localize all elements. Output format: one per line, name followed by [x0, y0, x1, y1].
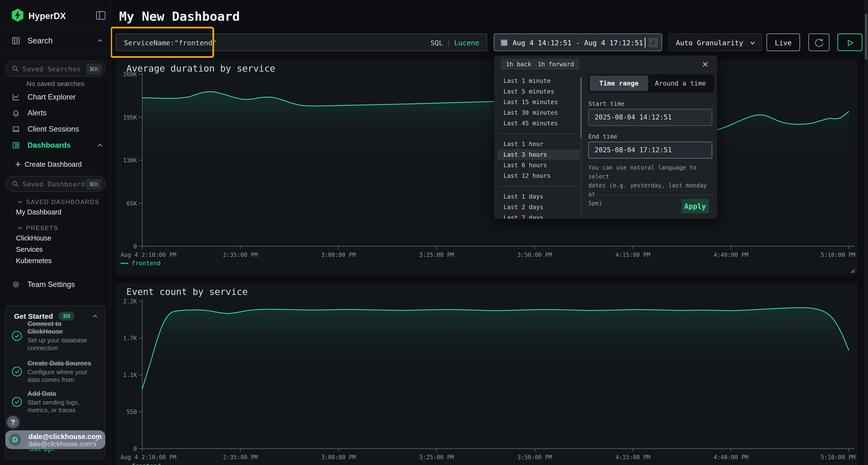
quick-range-option[interactable]: Last 15 minutes	[498, 97, 580, 107]
line-chart-avg-duration[interactable]: 065K130K195K260KAug 4 2:10:00 PM2:35:00 …	[116, 60, 858, 275]
divider	[588, 195, 713, 195]
chevron-up-icon[interactable]	[92, 313, 98, 320]
checklist-item-title: Connect to ClickHouse	[28, 320, 95, 335]
sidebar-item-client-sessions[interactable]: Client Sessions	[0, 121, 111, 137]
sidebar-item-label: Team Settings	[28, 280, 75, 289]
custom-range-panel: Time range Around a time Start time 2025…	[585, 56, 717, 219]
scrollbar-thumb[interactable]	[580, 77, 582, 138]
shift-forward-button[interactable]: 1h forward	[532, 59, 579, 70]
saved-dashboards-section-header[interactable]: SAVED DASHBOARDS	[0, 197, 111, 207]
user-account-chip[interactable]: D dale@clickhouse.com dale@clickhouse.co…	[5, 430, 105, 449]
user-org: dale@clickhouse.com's	[28, 440, 96, 448]
bell-icon	[11, 109, 20, 117]
live-button[interactable]: Live	[767, 33, 800, 51]
chevron-up-icon[interactable]	[96, 142, 103, 148]
svg-text:260K: 260K	[123, 71, 137, 78]
apply-button[interactable]: Apply	[681, 199, 709, 213]
svg-text:0: 0	[133, 445, 137, 452]
sidebar-item-dashboards[interactable]: Dashboards	[0, 137, 111, 153]
tab-time-range[interactable]: Time range	[590, 76, 648, 91]
hyperdx-logo-icon[interactable]	[10, 8, 25, 22]
check-circle-icon	[11, 397, 22, 407]
quick-range-option[interactable]: Last 1 days	[498, 191, 580, 202]
svg-text:130K: 130K	[123, 157, 137, 164]
time-range-input[interactable]: Aug 4 14:12:51 - Aug 4 17:12:51 d	[494, 33, 662, 51]
quick-range-option[interactable]: Last 1 minute	[498, 76, 580, 86]
text-caret	[645, 38, 646, 48]
granularity-value: Auto Granularity	[676, 39, 743, 47]
popup-scrollbar[interactable]	[580, 77, 582, 217]
chevron-down-icon	[749, 40, 756, 46]
svg-text:3:50:00 PM: 3:50:00 PM	[518, 454, 552, 461]
help-button[interactable]: ?	[6, 416, 20, 429]
section-header-label: PRESETS	[26, 225, 58, 232]
sql-toggle[interactable]: SQL	[430, 39, 443, 47]
tab-around-a-time[interactable]: Around a time	[648, 76, 713, 91]
chart-legend[interactable]: frontend	[121, 462, 161, 465]
checklist-item-desc: Start sending logs, metrics, or traces	[28, 399, 95, 414]
sidebar-item-search[interactable]: Search	[0, 33, 111, 49]
quick-range-option[interactable]: Last 5 minutes	[498, 86, 580, 97]
svg-text:3:25:00 PM: 3:25:00 PM	[419, 252, 454, 258]
resize-handle-icon[interactable]	[849, 267, 855, 273]
search-icon	[11, 65, 19, 73]
svg-text:3:00:00 PM: 3:00:00 PM	[321, 454, 356, 461]
quick-range-option[interactable]: Last 45 minutes	[498, 118, 580, 129]
search-query-input[interactable]: ServiceName:"frontend" SQL|Lucene	[116, 33, 487, 51]
app-title: HyperDX	[28, 11, 66, 21]
chevron-up-icon[interactable]	[96, 37, 103, 44]
gear-icon	[11, 280, 20, 289]
start-time-input[interactable]: 2025-08-04 14:12:51	[588, 109, 712, 126]
shift-back-button[interactable]: 1h back	[500, 59, 536, 70]
saved-searches-input[interactable]: Saved Searches ⌘K	[5, 61, 105, 77]
svg-text:1.1K: 1.1K	[123, 372, 137, 378]
sidebar-item-alerts[interactable]: Alerts	[0, 105, 111, 121]
duration-badge: d	[649, 38, 658, 47]
scrollbar-thumb[interactable]	[865, 13, 867, 60]
create-dashboard-button[interactable]: Create Dashboard	[0, 158, 111, 171]
quick-range-option[interactable]: Last 30 minutes	[498, 107, 580, 118]
granularity-select[interactable]: Auto Granularity	[669, 33, 762, 51]
calendar-icon	[500, 38, 508, 46]
chevron-down-icon	[17, 199, 23, 205]
dashboards-icon	[11, 141, 20, 150]
svg-text:1.7K: 1.7K	[123, 335, 137, 342]
legend-label: frontend	[132, 462, 161, 465]
chart-legend[interactable]: frontend	[121, 260, 161, 267]
sidebar-item-kubernetes[interactable]: Kubernetes	[16, 257, 52, 265]
checklist-item[interactable]: Connect to ClickHouse Set up your databa…	[11, 320, 103, 352]
language-toggle: SQL|Lucene	[430, 39, 479, 47]
quick-range-option[interactable]: Last 12 hours	[498, 171, 580, 181]
sidebar-item-services[interactable]: Services	[16, 245, 43, 254]
svg-text:2.2K: 2.2K	[123, 298, 137, 305]
check-circle-icon	[11, 366, 22, 377]
sidebar-item-chart-explorer[interactable]: Chart Explorer	[0, 89, 111, 105]
saved-dashboards-input[interactable]: Saved Dashboards ⌘K	[5, 176, 105, 192]
sidebar-collapse-icon[interactable]	[95, 10, 106, 21]
svg-text:3:25:00 PM: 3:25:00 PM	[419, 454, 454, 461]
checklist-item[interactable]: Add Data Start sending logs, metrics, or…	[11, 390, 103, 414]
plus-icon	[14, 161, 22, 168]
sidebar-item-label: Dashboards	[28, 141, 71, 150]
start-time-label: Start time	[588, 100, 625, 107]
svg-text:5:10:00 PM: 5:10:00 PM	[821, 252, 856, 258]
line-chart-event-count[interactable]: 05501.1K1.7K2.2KAug 4 2:10:00 PM2:35:00 …	[116, 283, 858, 465]
page-scrollbar[interactable]	[864, 0, 868, 465]
sidebar-item-clickhouse[interactable]: ClickHouse	[16, 234, 51, 242]
end-time-input[interactable]: 2025-08-04 17:12:51	[588, 142, 712, 159]
play-button[interactable]	[837, 33, 863, 51]
quick-range-option[interactable]: Last 3 hours	[498, 150, 580, 160]
chart-tile-event-count: Event count by service 05501.1K1.7K2.2KA…	[116, 283, 858, 465]
sidebar-item-team-settings[interactable]: Team Settings	[0, 276, 111, 293]
sidebar-item-my-dashboard[interactable]: My Dashboard	[16, 208, 61, 216]
time-picker-popup: 1h back 1h forward Last 1 minuteLast 5 m…	[494, 56, 717, 219]
quick-range-option[interactable]: Last 6 hours	[498, 160, 580, 171]
checklist-item-desc: Configure where your data comes from	[28, 368, 95, 384]
checklist-item[interactable]: Create Data Sources Configure where your…	[11, 360, 103, 384]
refresh-button[interactable]	[808, 33, 830, 51]
quick-range-option[interactable]: Last 2 days	[498, 202, 580, 212]
presets-section-header[interactable]: PRESETS	[0, 223, 111, 233]
quick-range-option[interactable]: Last 7 days	[498, 212, 580, 219]
lucene-toggle[interactable]: Lucene	[454, 39, 479, 47]
quick-range-option[interactable]: Last 1 hour	[498, 139, 580, 150]
